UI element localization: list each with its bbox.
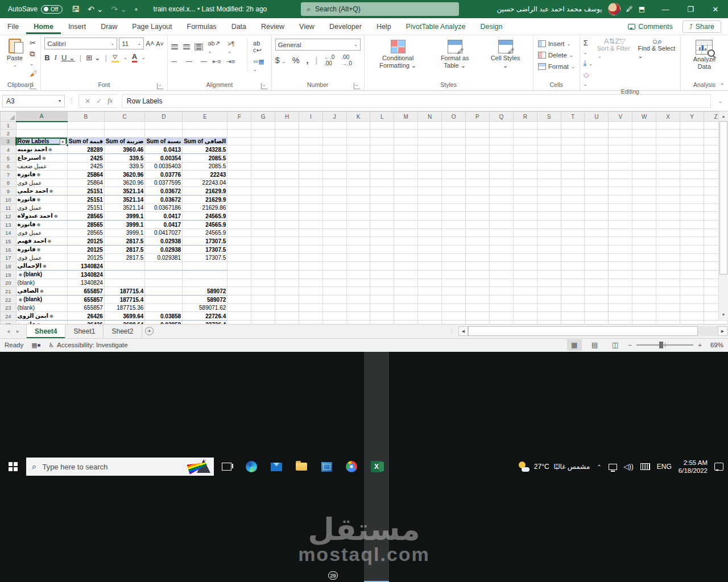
cell-T24[interactable] (561, 312, 585, 321)
fill-icon[interactable]: ⤓ ⌄ (584, 59, 594, 68)
cell-S23[interactable] (537, 304, 561, 312)
cell-Y6[interactable] (680, 163, 704, 171)
cell-C25[interactable]: 3699.64 (104, 321, 144, 324)
expand-formula-bar-icon[interactable]: ⌄ (714, 98, 726, 104)
cell-G11[interactable] (251, 204, 275, 212)
cell-S15[interactable] (537, 237, 561, 246)
cell-F10[interactable] (228, 196, 251, 204)
cell-R9[interactable] (513, 187, 537, 196)
cell-L24[interactable] (370, 312, 394, 321)
cell-O14[interactable] (442, 229, 466, 237)
cell-C7[interactable]: 3620.96 (104, 171, 144, 179)
cell-H5[interactable] (275, 154, 299, 163)
cell-V3[interactable] (609, 138, 632, 146)
cell-C19[interactable] (104, 271, 144, 279)
cell-N2[interactable] (418, 130, 442, 138)
cell-D6[interactable]: 0.0035403 (145, 163, 183, 171)
cell-W20[interactable] (632, 279, 656, 287)
cell-N9[interactable] (418, 187, 442, 196)
cell-G5[interactable] (251, 154, 275, 163)
cell-A23[interactable]: (blank) (16, 304, 67, 312)
cell-Q4[interactable] (489, 146, 513, 154)
cell-A19[interactable]: ⊕(blank) (16, 271, 67, 279)
cell-G4[interactable] (251, 146, 275, 154)
cell-W16[interactable] (632, 246, 656, 254)
cell-E2[interactable] (183, 130, 228, 138)
cell-T10[interactable] (561, 196, 585, 204)
cell-D9[interactable]: 0.03672 (145, 187, 183, 196)
align-right-icon[interactable] (198, 59, 207, 64)
reading-order-icon[interactable]: >¶ ⌄ (228, 40, 238, 54)
cell-D7[interactable]: 0.03776 (145, 171, 183, 179)
cell-A5[interactable]: استرجاع⊕ (16, 154, 67, 163)
cell-T9[interactable] (561, 187, 585, 196)
cell-A4[interactable]: احمد يوميه⊕ (16, 146, 67, 154)
cell-P18[interactable] (466, 262, 490, 271)
cell-V5[interactable] (609, 154, 632, 163)
cell-B18[interactable]: 1340824 (67, 262, 104, 271)
cell-D22[interactable] (145, 296, 183, 304)
cell-V7[interactable] (609, 171, 632, 179)
cell-I17[interactable] (299, 254, 322, 262)
cell-S22[interactable] (537, 296, 561, 304)
cell-V17[interactable] (609, 254, 632, 262)
row-header-4[interactable]: 4 (1, 146, 16, 154)
expand-button[interactable]: ⊕ (48, 314, 55, 319)
cell-X12[interactable] (656, 212, 680, 221)
cell-U23[interactable] (585, 304, 609, 312)
cell-P25[interactable] (466, 321, 490, 324)
cell-B14[interactable]: 28565 (67, 229, 104, 237)
cell-O11[interactable] (442, 204, 466, 212)
cell-N12[interactable] (418, 212, 442, 221)
cell-P4[interactable] (466, 146, 490, 154)
cell-K12[interactable] (346, 212, 370, 221)
row-header-11[interactable]: 11 (1, 204, 16, 212)
column-header-V[interactable]: V (609, 112, 632, 122)
cell-X16[interactable] (656, 246, 680, 254)
cell-I14[interactable] (299, 229, 322, 237)
cell-B24[interactable]: 26426 (67, 312, 104, 321)
cell-U24[interactable] (585, 312, 609, 321)
customize-toolbar-icon[interactable]: ⹀ (135, 5, 138, 14)
cell-D5[interactable]: 0.00354 (145, 154, 183, 163)
column-header-L[interactable]: L (370, 112, 394, 122)
cell-B2[interactable] (67, 130, 104, 138)
cell-O17[interactable] (442, 254, 466, 262)
cell-F17[interactable] (228, 254, 251, 262)
column-header-B[interactable]: B (67, 112, 104, 122)
cell-T1[interactable] (561, 122, 585, 130)
cell-Q12[interactable] (489, 212, 513, 221)
align-top-icon[interactable] (171, 44, 178, 49)
cell-P24[interactable] (466, 312, 490, 321)
cell-W1[interactable] (632, 122, 656, 130)
select-all-button[interactable] (1, 112, 16, 122)
cell-I12[interactable] (299, 212, 322, 221)
cell-I7[interactable] (299, 171, 322, 179)
collapse-ribbon-icon[interactable]: ⌃ (720, 82, 725, 89)
expand-button[interactable]: ⊕ (36, 222, 42, 227)
expand-button[interactable]: ⊕ (36, 197, 42, 202)
cell-W5[interactable] (632, 154, 656, 163)
cell-O12[interactable] (442, 212, 466, 221)
cell-Q9[interactable] (489, 187, 513, 196)
cell-D21[interactable] (145, 287, 183, 296)
excel-button[interactable]: X (364, 352, 389, 582)
tab-data[interactable]: Data (224, 19, 254, 34)
cell-O5[interactable] (442, 154, 466, 163)
cell-W19[interactable] (632, 271, 656, 279)
cell-N19[interactable] (418, 271, 442, 279)
find-select-button[interactable]: ○⌕ Find & Select ⌄ (638, 38, 677, 60)
cell-G6[interactable] (251, 163, 275, 171)
cell-A22[interactable]: ⊕(blank) (16, 296, 67, 304)
cell-Y12[interactable] (680, 212, 704, 221)
cell-K14[interactable] (346, 229, 370, 237)
format-cells-button[interactable]: Format⌄ (537, 62, 576, 71)
cell-T4[interactable] (561, 146, 585, 154)
cell-M6[interactable] (394, 163, 418, 171)
row-header-6[interactable]: 6 (1, 163, 16, 171)
cell-H8[interactable] (275, 179, 299, 187)
cell-V20[interactable] (609, 279, 632, 287)
cell-U16[interactable] (585, 246, 609, 254)
cell-Q23[interactable] (489, 304, 513, 312)
hidden-icons-chevron[interactable]: ⌃ (597, 464, 601, 470)
